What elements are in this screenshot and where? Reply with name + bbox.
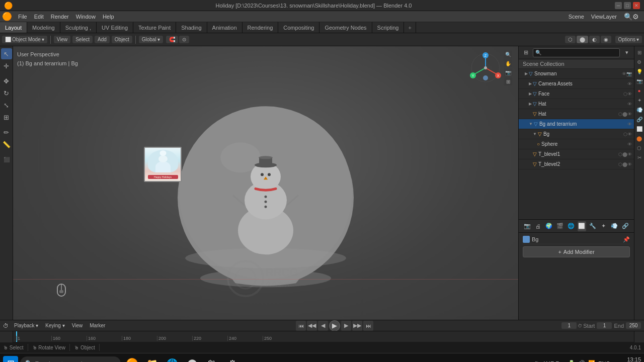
timeline-ruler[interactable]: 1 160 160 180 200 220 240 250 [0, 331, 644, 342]
menu-render[interactable]: Render [48, 13, 72, 21]
view-layer-icon[interactable]: 🌍 [544, 221, 553, 231]
right-icon-6[interactable]: ✦ [635, 96, 643, 104]
snap-icon[interactable]: 🧲 [166, 36, 178, 43]
right-icon-5[interactable]: ● [635, 86, 643, 95]
outliner-search-input[interactable] [533, 48, 620, 57]
scene-selector[interactable]: Scene [566, 13, 587, 21]
tab-geometry-nodes[interactable]: Geometry Nodes [319, 22, 372, 33]
view-btn[interactable]: View [69, 322, 86, 329]
tree-item-face[interactable]: ▶ ▽ Face ⬡ 👁 [519, 89, 634, 99]
tab-modeling[interactable]: Modeling [27, 22, 60, 33]
menu-file[interactable]: File [15, 13, 30, 21]
visibility-icon[interactable]: 👁 [627, 152, 632, 157]
tree-item-tblevel2[interactable]: ▽ T_blevel2 ⬡ ⬤ 👁 [519, 159, 634, 169]
grid-view-btn[interactable]: ⊞ [504, 77, 512, 85]
render-icon[interactable]: 📷 [626, 71, 632, 76]
taskbar-settings[interactable]: ⚙ [223, 354, 242, 363]
rotate-tool[interactable]: ↻ [1, 87, 12, 99]
viewlayer-selector[interactable]: ViewLayer [588, 13, 620, 21]
menu-window[interactable]: Window [73, 13, 99, 21]
tab-layout[interactable]: Layout [0, 22, 27, 33]
solid-icon[interactable]: ⬤ [577, 36, 588, 43]
view-menu[interactable]: View [54, 36, 71, 43]
physics-icon[interactable]: 💨 [610, 221, 619, 231]
cursor-tool[interactable]: ✛ [1, 60, 12, 71]
prev-frame-btn[interactable]: ◀ [318, 321, 328, 331]
transform-selector[interactable]: Global ▾ [139, 36, 163, 43]
menu-help[interactable]: Help [100, 13, 117, 21]
constraints-icon[interactable]: 🔗 [621, 221, 630, 231]
tree-item-bg[interactable]: ▼ ▽ Bg ⬡ 👁 [519, 129, 634, 139]
right-icon-3[interactable]: 💡 [635, 67, 643, 75]
scene-props-icon[interactable]: 🎬 [555, 221, 565, 231]
playback-btn[interactable]: Playback ▾ [12, 322, 41, 329]
tree-item-hat-collection[interactable]: ▶ ▽ Hat 👁 [519, 99, 634, 109]
mode-selector[interactable]: ⬜ Object Mode ▾ [2, 36, 47, 43]
tab-uv-editing[interactable]: UV Editing [97, 22, 133, 33]
tree-item-snowman[interactable]: ▶ ▽ Snowman 👁 📷 [519, 69, 634, 79]
transform-tool[interactable]: ⊞ [1, 112, 12, 123]
visibility-icon[interactable]: 👁 [627, 132, 632, 137]
right-icon-9[interactable]: ⬜ [635, 125, 643, 133]
start-frame[interactable]: 1 [597, 322, 612, 329]
search-viewpoint-btn[interactable]: 🔍 [504, 50, 512, 58]
right-icon-8[interactable]: 🔗 [635, 115, 643, 123]
tab-shading[interactable]: Shading [176, 22, 207, 33]
next-frame-btn[interactable]: ▶ [341, 321, 351, 331]
tab-scripting[interactable]: Scripting [372, 22, 405, 33]
taskbar-chrome[interactable]: ⬤ [183, 354, 201, 363]
outliner-filter[interactable]: ▾ [622, 48, 632, 58]
viewport-3d[interactable]: Happy Holidays User Perspective (1) Bg a… [13, 46, 518, 320]
add-modifier-button[interactable]: + Add Modifier [523, 246, 630, 257]
annotate-tool[interactable]: ✏ [1, 127, 12, 138]
right-icon-10[interactable]: ⬤ [635, 134, 643, 142]
tab-texture-paint[interactable]: Texture Paint [133, 22, 176, 33]
end-frame[interactable]: 250 [626, 322, 641, 329]
tab-animation[interactable]: Animation [207, 22, 243, 33]
next-keyframe-btn[interactable]: ▶▶ [352, 321, 362, 331]
measure-tool[interactable]: 📏 [1, 139, 12, 150]
tree-item-hat-obj[interactable]: ▽ Hat ⬡ ⬤ 👁 [519, 109, 634, 119]
obj-props-icon[interactable]: ⬜ [578, 221, 587, 231]
visibility-icon[interactable]: 👁 [627, 92, 632, 97]
menu-edit[interactable]: Edit [31, 13, 47, 21]
tree-item-camera-assets[interactable]: ▶ ▽ Camera Assets 👁 [519, 79, 634, 89]
engine-icon[interactable]: 🔍⚙ [621, 12, 642, 22]
window-controls[interactable]: ─ □ ✕ [615, 2, 640, 9]
outliner-icon[interactable]: ⊞ [521, 48, 531, 58]
add-cube-tool[interactable]: ⬛ [1, 154, 12, 165]
proportional-icon[interactable]: ⊙ [179, 36, 189, 43]
taskbar-blender[interactable]: 🟠 [123, 354, 141, 363]
pan-view-btn[interactable]: ✋ [504, 59, 512, 67]
mod-props-icon[interactable]: 🔧 [588, 221, 597, 231]
play-btn[interactable]: ▶ [329, 320, 340, 331]
visibility-icon[interactable]: 👁 [627, 142, 632, 147]
render-icon[interactable]: ◉ [601, 36, 611, 43]
add-menu[interactable]: Add [95, 36, 110, 43]
visibility-icon[interactable]: 👁 [622, 71, 626, 76]
camera-view-btn[interactable]: 📷 [504, 68, 512, 76]
visibility-icon[interactable]: 👁 [627, 162, 632, 167]
ruler-bar[interactable]: 1 160 160 180 200 220 240 250 [13, 331, 634, 342]
windows-search-box[interactable]: 🔍 Type here to search [20, 356, 121, 363]
particles-icon[interactable]: ✦ [599, 221, 608, 231]
jump-end-btn[interactable]: ⏭ [363, 321, 373, 331]
world-props-icon[interactable]: 🌐 [567, 221, 576, 231]
object-menu[interactable]: Object [112, 36, 132, 43]
viewport-options[interactable]: Options ▾ [615, 36, 642, 43]
tab-sculpting[interactable]: Sculpting , [60, 22, 97, 33]
keying-btn[interactable]: Keying ▾ [43, 322, 67, 329]
windows-start-button[interactable]: ⊞ [3, 356, 18, 363]
taskbar-edge[interactable]: 🌐 [163, 354, 181, 363]
visibility-icon[interactable]: 👁 [627, 122, 632, 127]
tree-item-tblevel1[interactable]: ▽ T_blevel1 ⬡ ⬤ 👁 [519, 149, 634, 159]
minimize-button[interactable]: ─ [615, 2, 622, 9]
add-workspace-button[interactable]: + [404, 22, 416, 33]
visibility-icon[interactable]: 👁 [627, 81, 632, 86]
tab-rendering[interactable]: Rendering [243, 22, 279, 33]
current-frame[interactable]: 1 [561, 322, 577, 329]
system-clock[interactable]: 13:15 29.12.2023 [613, 356, 641, 362]
jump-start-btn[interactable]: ⏮ [296, 321, 306, 331]
wireframe-icon[interactable]: ⬡ [565, 36, 576, 43]
select-menu[interactable]: Select [72, 36, 93, 43]
